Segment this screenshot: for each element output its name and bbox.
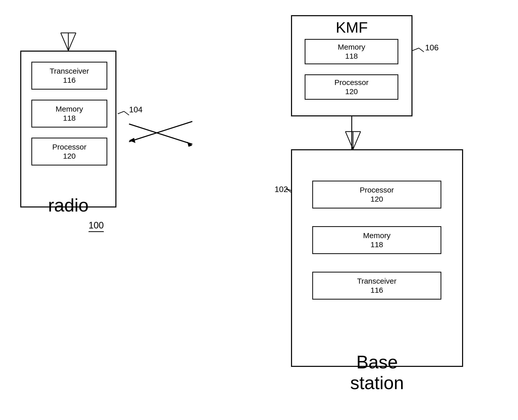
bs-label-line2: station [291, 372, 463, 393]
svg-line-9 [129, 124, 192, 144]
bs-processor-box: Processor 120 [312, 181, 441, 208]
kmf-memory-box: Memory 118 [305, 39, 398, 64]
radio-memory-box: Memory 118 [31, 100, 107, 128]
radio-processor-number: 120 [63, 152, 76, 161]
bs-transceiver-box: Transceiver 116 [312, 272, 441, 300]
radio-box: Transceiver 116 Memory 118 Processor 120 [20, 51, 116, 207]
ref-106: 106 [425, 43, 439, 52]
kmf-memory-number: 118 [345, 52, 358, 61]
svg-line-8 [129, 121, 192, 142]
system-ref-underline: 100 [89, 220, 104, 230]
bs-memory-box: Memory 118 [312, 226, 441, 254]
base-station-box: Processor 120 Memory 118 Transceiver 116 [291, 149, 463, 367]
radio-processor-box: Processor 120 [31, 138, 107, 165]
svg-line-1 [68, 33, 76, 51]
kmf-memory-name: Memory [338, 43, 365, 52]
bs-transceiver-number: 116 [370, 286, 383, 295]
bs-label-line1: Base [291, 352, 463, 372]
svg-line-5 [353, 132, 361, 149]
diagram: Transceiver 116 Memory 118 Processor 120… [0, 0, 518, 420]
ref-102: 102 [275, 185, 288, 194]
radio-processor-name: Processor [52, 142, 86, 152]
bs-transceiver-name: Transceiver [357, 277, 397, 286]
svg-line-0 [61, 33, 68, 51]
svg-line-4 [345, 132, 353, 149]
base-station-label: Base station [291, 352, 463, 393]
svg-line-14 [118, 111, 124, 114]
kmf-processor-number: 120 [345, 87, 358, 96]
radio-transceiver-box: Transceiver 116 [31, 62, 107, 90]
svg-line-18 [412, 48, 419, 51]
svg-line-19 [419, 48, 424, 52]
ref-104: 104 [129, 105, 142, 114]
kmf-processor-name: Processor [334, 78, 368, 87]
radio-transceiver-number: 116 [63, 76, 76, 85]
svg-marker-10 [129, 138, 135, 143]
system-ref-100: 100 [89, 220, 104, 232]
kmf-box: KMF Memory 118 Processor 120 [291, 15, 412, 116]
kmf-title-inside: KMF [292, 19, 411, 36]
radio-memory-number: 118 [63, 114, 76, 123]
bs-memory-number: 118 [370, 240, 383, 249]
bs-processor-number: 120 [370, 195, 383, 204]
svg-line-15 [124, 111, 129, 115]
radio-label: radio [20, 195, 116, 216]
bs-processor-name: Processor [360, 185, 394, 195]
bs-memory-name: Memory [363, 231, 390, 240]
radio-transceiver-name: Transceiver [50, 67, 89, 76]
kmf-processor-box: Processor 120 [305, 74, 398, 100]
svg-marker-11 [187, 142, 192, 147]
radio-memory-name: Memory [56, 104, 83, 114]
